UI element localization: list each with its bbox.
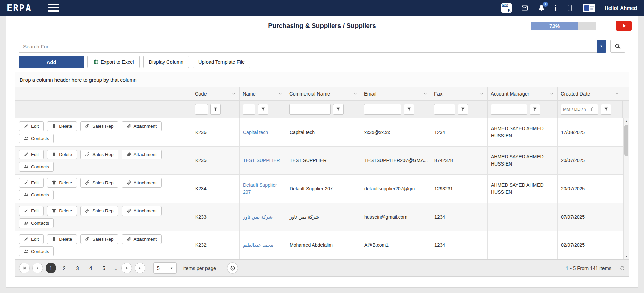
delete-button[interactable]: Delete <box>47 150 77 159</box>
name-filter-button[interactable] <box>258 104 268 115</box>
previous-page-button[interactable] <box>32 263 43 273</box>
column-header-account-manager[interactable]: Account Manager <box>488 87 558 100</box>
previous-page-icon <box>35 266 40 270</box>
page-button-5[interactable]: 5 <box>99 263 109 273</box>
sales-rep-button[interactable]: Sales Rep <box>80 234 118 244</box>
created-date-filter-button[interactable] <box>601 104 611 115</box>
supplier-name-link[interactable]: TEST SUPPLIER <box>243 157 280 164</box>
contacts-button[interactable]: Contacts <box>19 246 54 256</box>
scrollbar-thumb[interactable] <box>624 125 628 156</box>
created-date-filter-input[interactable] <box>561 104 588 115</box>
vertical-scrollbar[interactable]: ▲ ▼ <box>623 118 629 259</box>
last-page-button[interactable] <box>135 263 145 273</box>
grid-body: Edit Delete Sales Rep Attachment Contact… <box>15 118 629 259</box>
column-header-fax[interactable]: Fax <box>431 87 488 100</box>
commercial-name-filter-input[interactable] <box>289 104 331 115</box>
video-tutorial-button[interactable] <box>616 21 632 31</box>
column-header-created-date[interactable]: Created Date <box>558 87 623 100</box>
code-filter-button[interactable] <box>210 104 221 115</box>
first-page-button[interactable] <box>19 263 30 273</box>
delete-button[interactable]: Delete <box>47 206 77 216</box>
column-header-commercial-name[interactable]: Commercial Name <box>286 87 361 100</box>
edit-button[interactable]: Edit <box>19 150 44 159</box>
column-header-email[interactable]: Email <box>361 87 431 100</box>
erpa-logo[interactable]: ERPA <box>7 3 32 13</box>
delete-button[interactable]: Delete <box>47 234 77 244</box>
edit-button[interactable]: Edit <box>19 178 44 188</box>
language-switcher[interactable]: ENG ع <box>501 3 512 13</box>
account-manager-filter-button[interactable] <box>530 104 540 115</box>
name-filter-input[interactable] <box>243 104 255 115</box>
supplier-name-link[interactable]: Default Supplier 207 <box>243 182 282 196</box>
add-button[interactable]: Add <box>19 56 84 68</box>
fax-filter-button[interactable] <box>458 104 468 115</box>
cancel-changes-button[interactable] <box>227 262 238 274</box>
delete-button[interactable]: Delete <box>47 178 77 188</box>
code-filter-input[interactable] <box>195 104 208 115</box>
scrollbar-track[interactable] <box>624 124 629 254</box>
scroll-down-icon[interactable]: ▼ <box>624 254 629 259</box>
mobile-app-icon[interactable] <box>566 4 573 12</box>
attachment-button[interactable]: Attachment <box>122 150 162 159</box>
hamburger-menu-icon[interactable] <box>47 1 60 15</box>
display-column-button[interactable]: Display Column <box>143 56 189 68</box>
upload-template-file-button[interactable]: Upload Template File <box>193 56 250 68</box>
commercial-name-filter-button[interactable] <box>333 104 344 115</box>
page-button-1[interactable]: 1 <box>46 263 56 273</box>
sales-rep-button[interactable]: Sales Rep <box>80 206 118 216</box>
cell-fax: 1234 <box>431 231 488 259</box>
column-header-name[interactable]: Name <box>240 87 286 100</box>
supplier-name-link[interactable]: شركة يمن ثاور <box>243 213 273 221</box>
edit-button[interactable]: Edit <box>19 234 44 244</box>
column-menu-icon[interactable] <box>278 91 283 96</box>
column-menu-icon[interactable] <box>353 91 358 96</box>
delete-button[interactable]: Delete <box>47 121 77 131</box>
fax-filter-input[interactable] <box>434 104 455 115</box>
filter-cell-email <box>361 101 431 118</box>
info-icon[interactable]: i <box>555 4 557 12</box>
group-drop-area[interactable]: Drop a column header here to group by th… <box>15 72 629 87</box>
page-ellipsis[interactable]: ... <box>112 265 119 271</box>
contacts-button[interactable]: Contacts <box>19 134 54 143</box>
sales-rep-button[interactable]: Sales Rep <box>80 178 118 188</box>
date-picker-button[interactable] <box>588 104 598 115</box>
page-button-2[interactable]: 2 <box>59 263 69 273</box>
supplier-name-link[interactable]: Capital tech <box>243 129 268 136</box>
mail-icon[interactable] <box>521 4 528 12</box>
column-menu-icon[interactable] <box>615 91 620 96</box>
page-size-select[interactable]: 5 ▼ <box>153 262 177 274</box>
account-manager-filter-input[interactable] <box>491 104 527 115</box>
sales-rep-button[interactable]: Sales Rep <box>80 121 118 131</box>
email-filter-button[interactable] <box>404 104 414 115</box>
search-button[interactable] <box>610 40 625 53</box>
trash-icon <box>52 152 56 157</box>
notifications-bell-icon[interactable]: 1 <box>538 4 545 12</box>
attachment-button[interactable]: Attachment <box>122 206 162 216</box>
search-input[interactable] <box>19 40 597 53</box>
column-menu-icon[interactable] <box>549 91 554 96</box>
contacts-button[interactable]: Contacts <box>19 190 54 200</box>
column-header-code[interactable]: Code <box>192 87 240 100</box>
column-menu-icon[interactable] <box>479 91 484 96</box>
supplier-name-link[interactable]: محمد عبدالعليم <box>243 242 273 249</box>
filter-icon <box>461 107 465 111</box>
attachment-button[interactable]: Attachment <box>122 178 162 188</box>
sales-rep-button[interactable]: Sales Rep <box>80 150 118 159</box>
search-dropdown-button[interactable]: ▼ <box>597 40 606 53</box>
column-menu-icon[interactable] <box>231 91 236 96</box>
column-menu-icon[interactable] <box>423 91 428 96</box>
page-button-3[interactable]: 3 <box>72 263 83 273</box>
attachment-button[interactable]: Attachment <box>122 234 162 244</box>
edit-button[interactable]: Edit <box>19 206 44 216</box>
attachment-button[interactable]: Attachment <box>122 121 162 131</box>
user-avatar[interactable] <box>583 4 595 12</box>
page-button-4[interactable]: 4 <box>85 263 96 273</box>
scroll-up-icon[interactable]: ▲ <box>624 118 629 124</box>
contacts-button[interactable]: Contacts <box>19 162 54 172</box>
edit-button[interactable]: Edit <box>19 121 44 131</box>
email-filter-input[interactable] <box>364 104 401 115</box>
refresh-button[interactable] <box>620 265 625 271</box>
next-page-button[interactable] <box>121 263 132 273</box>
contacts-button[interactable]: Contacts <box>19 218 54 228</box>
export-to-excel-button[interactable]: Export to Excel <box>87 56 140 68</box>
